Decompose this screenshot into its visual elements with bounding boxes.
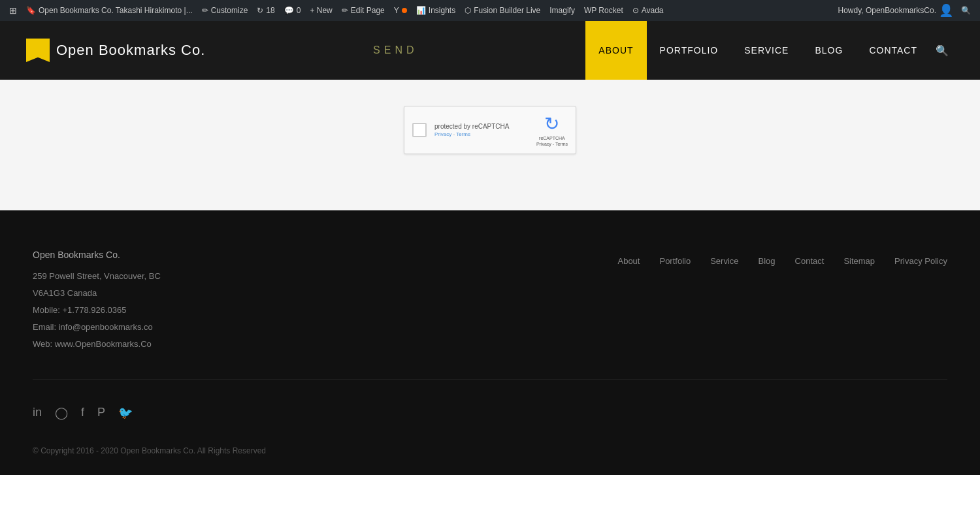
edit-page-button[interactable]: ✏ Edit Page — [338, 0, 389, 21]
footer-social: in ◯ f P 🐦 — [33, 379, 947, 440]
insights-icon: 📊 — [416, 6, 426, 15]
recaptcha-checkbox[interactable] — [412, 123, 427, 137]
main-content: protected by reCAPTCHA Privacy - Terms ↻… — [0, 80, 980, 210]
edit-page-label: Edit Page — [351, 6, 385, 15]
updates-button[interactable]: ↻ 18 — [253, 0, 278, 21]
footer-nav-portfolio[interactable]: Portfolio — [659, 256, 691, 266]
header-send-area: SEND — [205, 44, 585, 56]
logo-bookmark-icon — [26, 39, 50, 62]
wordpress-icon: ⊞ — [9, 5, 17, 16]
footer-mobile: Mobile: +1.778.926.0365 — [33, 302, 161, 319]
imagify-label: Imagify — [549, 6, 575, 15]
favicon-icon: 🔖 — [26, 6, 36, 15]
footer-copyright: © Copyright 2016 - 2020 Open Bookmarks C… — [33, 440, 947, 455]
wp-logo-button[interactable]: ⊞ — [5, 0, 21, 21]
avada-button[interactable]: ⊙ Avada — [629, 0, 668, 21]
imagify-button[interactable]: Imagify — [546, 0, 579, 21]
nav-portfolio[interactable]: Portfolio — [647, 21, 732, 80]
footer-company-name: Open Bookmarks Co. — [33, 250, 161, 260]
yoast-status-dot — [402, 8, 407, 13]
footer-nav-blog[interactable]: Blog — [759, 256, 776, 266]
logo-text: Open Bookmarks Co. — [56, 42, 205, 59]
search-button[interactable]: 🔍 — [930, 44, 954, 57]
comments-count: 0 — [297, 6, 301, 15]
footer-nav: About Portfolio Service Blog Contact Sit… — [617, 250, 947, 353]
wp-rocket-button[interactable]: WP Rocket — [580, 0, 627, 21]
customize-icon: ✏ — [202, 6, 208, 15]
footer-email: Email: info@openbookmarks.co — [33, 319, 161, 336]
facebook-icon[interactable]: f — [81, 406, 84, 420]
updates-count: 18 — [266, 6, 274, 15]
search-admin-icon: 🔍 — [961, 6, 971, 15]
footer-nav-service[interactable]: Service — [710, 256, 738, 266]
recaptcha-brand-label: reCAPTCHAPrivacy - Terms — [536, 136, 568, 147]
avatar-icon: 👤 — [939, 3, 953, 18]
recaptcha-info: protected by reCAPTCHA Privacy - Terms — [434, 123, 529, 137]
site-header: Open Bookmarks Co. SEND About Portfolio … — [0, 21, 980, 80]
footer-nav-sitemap[interactable]: Sitemap — [843, 256, 875, 266]
fusion-icon: ⬡ — [465, 6, 471, 15]
footer-left: Open Bookmarks Co. 259 Powell Street, Vn… — [33, 250, 161, 353]
admin-bar: ⊞ 🔖 Open Bookmarks Co. Takashi Hirakimot… — [0, 0, 980, 21]
howdy-label: Howdy, OpenBookmarksCo. — [838, 6, 936, 15]
yoast-icon: Y — [394, 6, 399, 15]
footer-nav-about[interactable]: About — [617, 256, 640, 266]
comments-button[interactable]: 💬 0 — [280, 0, 305, 21]
nav-blog[interactable]: Blog — [802, 21, 856, 80]
footer-nav-contact[interactable]: Contact — [795, 256, 825, 266]
footer-inner: Open Bookmarks Co. 259 Powell Street, Vn… — [33, 250, 947, 379]
site-name-button[interactable]: 🔖 Open Bookmarks Co. Takashi Hirakimoto … — [22, 0, 197, 21]
recaptcha-logo: ↻ reCAPTCHAPrivacy - Terms — [536, 113, 568, 147]
footer-address-line1: 259 Powell Street, Vnacouver, BC — [33, 268, 161, 285]
pinterest-icon[interactable]: P — [97, 406, 105, 420]
recaptcha-privacy-terms: Privacy - Terms — [434, 131, 529, 137]
yoast-button[interactable]: Y — [390, 0, 411, 21]
footer-nav-privacy-policy[interactable]: Privacy Policy — [894, 256, 947, 266]
site-logo[interactable]: Open Bookmarks Co. — [26, 39, 205, 62]
nav-about[interactable]: About — [585, 21, 646, 80]
customize-button[interactable]: ✏ Customize — [198, 0, 252, 21]
insights-button[interactable]: 📊 Insights — [412, 0, 459, 21]
updates-icon: ↻ — [257, 6, 263, 15]
howdy-button[interactable]: Howdy, OpenBookmarksCo. 👤 — [834, 0, 957, 21]
footer-web: Web: www.OpenBookmarks.Co — [33, 336, 161, 353]
wp-rocket-label: WP Rocket — [584, 6, 623, 15]
main-nav: About Portfolio Service Blog Contact 🔍 — [585, 21, 954, 80]
nav-service[interactable]: Service — [731, 21, 802, 80]
recaptcha-widget[interactable]: protected by reCAPTCHA Privacy - Terms ↻… — [404, 106, 576, 154]
recaptcha-arrows-icon: ↻ — [544, 113, 559, 135]
fusion-builder-label: Fusion Builder Live — [474, 6, 540, 15]
edit-icon: ✏ — [342, 6, 348, 15]
insights-label: Insights — [429, 6, 455, 15]
site-name-label: Open Bookmarks Co. Takashi Hirakimoto |.… — [39, 6, 193, 15]
twitter-icon[interactable]: 🐦 — [118, 406, 133, 420]
customize-label: Customize — [211, 6, 248, 15]
linkedin-icon[interactable]: in — [33, 406, 42, 420]
avada-label: Avada — [642, 6, 664, 15]
search-admin-button[interactable]: 🔍 — [957, 0, 975, 21]
new-label: + New — [310, 6, 332, 15]
terms-link[interactable]: Terms — [456, 131, 470, 137]
fusion-builder-button[interactable]: ⬡ Fusion Builder Live — [461, 0, 544, 21]
comments-icon: 💬 — [284, 6, 294, 15]
privacy-link[interactable]: Privacy — [434, 131, 451, 137]
instagram-icon[interactable]: ◯ — [55, 406, 68, 420]
footer-address-line2: V6A1G3 Canada — [33, 285, 161, 302]
recaptcha-protected-text: protected by reCAPTCHA — [434, 123, 529, 130]
send-label: SEND — [373, 44, 417, 56]
avada-icon: ⊙ — [632, 6, 639, 15]
new-button[interactable]: + New — [306, 0, 336, 21]
nav-contact[interactable]: Contact — [856, 21, 930, 80]
footer-address: 259 Powell Street, Vnacouver, BC V6A1G3 … — [33, 268, 161, 353]
site-footer: Open Bookmarks Co. 259 Powell Street, Vn… — [0, 210, 980, 475]
